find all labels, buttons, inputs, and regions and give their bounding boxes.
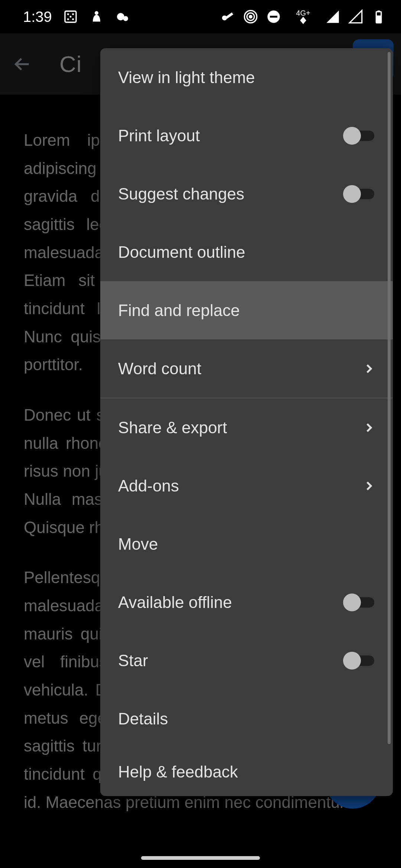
status-app-icon-2 xyxy=(89,9,104,24)
menu-item-details[interactable]: Details xyxy=(100,690,393,748)
menu-item-light-theme[interactable]: View in light theme xyxy=(100,48,393,106)
signal-icon-1 xyxy=(325,9,340,24)
svg-rect-22 xyxy=(377,16,381,22)
available-offline-toggle[interactable] xyxy=(343,594,376,611)
svg-marker-18 xyxy=(326,10,339,23)
svg-point-4 xyxy=(72,18,74,20)
menu-item-label: Details xyxy=(118,710,168,728)
menu-item-suggest-changes[interactable]: Suggest changes xyxy=(100,165,393,223)
svg-point-8 xyxy=(123,16,128,21)
menu-item-label: Add-ons xyxy=(118,477,179,495)
menu-item-label: Print layout xyxy=(118,126,200,145)
do-not-disturb-icon xyxy=(266,9,281,24)
suggest-changes-toggle[interactable] xyxy=(343,185,376,203)
menu-item-word-count[interactable]: Word count xyxy=(100,339,393,398)
status-time: 1:39 xyxy=(23,9,52,25)
svg-rect-10 xyxy=(226,13,233,19)
scrollbar[interactable] xyxy=(388,52,391,744)
menu-item-label: Share & export xyxy=(118,418,227,437)
menu-item-help-feedback[interactable]: Help & feedback xyxy=(100,748,393,796)
menu-item-available-offline[interactable]: Available offline xyxy=(100,573,393,631)
status-app-icon-1 xyxy=(63,9,78,24)
menu-item-label: Suggest changes xyxy=(118,185,244,203)
svg-point-3 xyxy=(67,18,69,20)
svg-point-1 xyxy=(67,13,69,15)
menu-item-document-outline[interactable]: Document outline xyxy=(100,223,393,281)
status-app-icon-3 xyxy=(115,9,130,24)
chevron-right-icon xyxy=(362,479,376,493)
svg-point-6 xyxy=(95,11,98,15)
star-toggle[interactable] xyxy=(343,652,376,670)
vpn-key-icon xyxy=(220,9,235,24)
menu-item-print-layout[interactable]: Print layout xyxy=(100,106,393,165)
menu-item-label: Help & feedback xyxy=(118,763,238,781)
menu-item-find-replace[interactable]: Find and replace xyxy=(100,281,393,339)
overflow-menu: View in light theme Print layout Suggest… xyxy=(100,48,393,796)
svg-point-2 xyxy=(72,13,74,15)
svg-marker-16 xyxy=(300,17,306,20)
menu-item-addons[interactable]: Add-ons xyxy=(100,457,393,515)
status-bar: 1:39 4G+ xyxy=(0,0,401,33)
print-layout-toggle[interactable] xyxy=(343,127,376,145)
signal-icon-2 xyxy=(348,9,363,24)
menu-item-label: Star xyxy=(118,651,148,670)
menu-item-move[interactable]: Move xyxy=(100,515,393,573)
menu-item-label: Find and replace xyxy=(118,301,240,320)
battery-icon xyxy=(371,9,386,24)
menu-item-label: Word count xyxy=(118,359,201,378)
svg-marker-17 xyxy=(300,20,306,24)
svg-marker-19 xyxy=(349,10,362,23)
chevron-right-icon xyxy=(362,420,376,435)
menu-item-label: Document outline xyxy=(118,243,245,262)
svg-point-11 xyxy=(250,16,252,18)
menu-item-label: Move xyxy=(118,535,158,553)
menu-item-label: View in light theme xyxy=(118,68,255,87)
svg-rect-15 xyxy=(270,16,277,18)
hotspot-icon xyxy=(243,9,258,24)
menu-item-share-export[interactable]: Share & export xyxy=(100,398,393,457)
svg-rect-21 xyxy=(378,10,380,11)
chevron-right-icon xyxy=(362,361,376,376)
svg-point-9 xyxy=(222,16,227,20)
svg-point-5 xyxy=(69,16,71,18)
menu-item-star[interactable]: Star xyxy=(100,631,393,690)
network-type-label: 4G+ xyxy=(289,9,317,24)
menu-item-label: Available offline xyxy=(118,593,232,612)
navigation-pill[interactable] xyxy=(141,856,260,860)
